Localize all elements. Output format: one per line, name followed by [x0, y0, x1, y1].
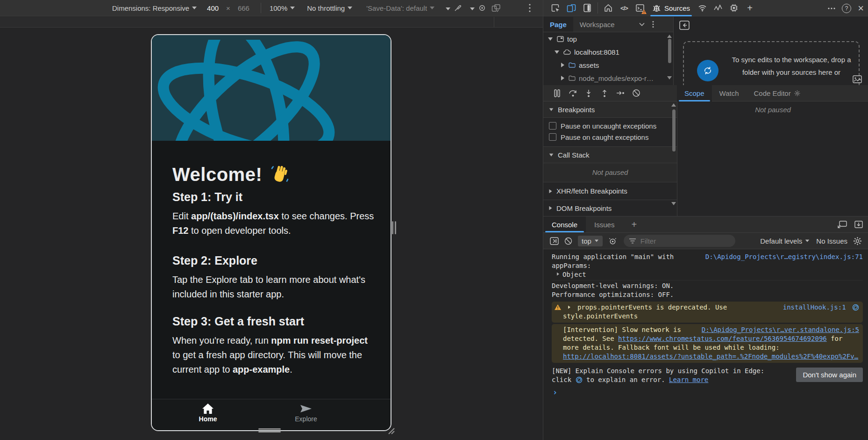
- source-link[interactable]: D:\Apidog_Projects\r…ver.standalone.js:5: [702, 325, 859, 334]
- tab-scope[interactable]: Scope: [677, 85, 712, 101]
- home-panel-icon[interactable]: [603, 2, 614, 14]
- dimensions-label: Dimensions: Responsive: [112, 4, 189, 12]
- viewport-resize-handle-right[interactable]: [392, 221, 397, 234]
- navigator-tabs-chevron-icon[interactable]: [639, 22, 645, 26]
- inspect-icon[interactable]: [550, 2, 561, 14]
- context-selector[interactable]: top: [578, 236, 603, 246]
- scrollbar-thumb[interactable]: [672, 109, 676, 151]
- navigator-scrollbar[interactable]: [667, 34, 672, 84]
- source-link[interactable]: installHook.js:1: [783, 303, 859, 312]
- tab-issues[interactable]: Issues: [586, 216, 623, 232]
- throttling-value: No throttling: [307, 4, 345, 12]
- console-panel-icon[interactable]: [634, 2, 646, 14]
- workspace-dropzone[interactable]: To sync edits to the workspace, drop afo…: [683, 41, 860, 85]
- pane-toggle-icon[interactable]: [853, 75, 862, 83]
- console-expand-icon[interactable]: [854, 221, 863, 228]
- tab-sources[interactable]: Sources: [650, 0, 692, 16]
- pause-uncaught-row[interactable]: Pause on uncaught exceptions: [543, 120, 677, 131]
- add-panel-icon[interactable]: +: [744, 2, 755, 14]
- eyedropper-icon[interactable]: [454, 4, 462, 12]
- dimensions-select[interactable]: Dimensions: Responsive: [112, 4, 197, 12]
- pause-caught-checkbox[interactable]: [549, 133, 556, 141]
- viewport-width-input[interactable]: 400: [207, 4, 219, 12]
- tab-explore[interactable]: Explore: [278, 403, 334, 423]
- performance-icon[interactable]: [712, 2, 724, 14]
- pause-uncaught-checkbox[interactable]: [549, 122, 556, 130]
- pause-script-button[interactable]: [549, 87, 565, 99]
- section-breakpoints[interactable]: Breakpoints: [543, 101, 677, 118]
- media-query-caret[interactable]: [470, 7, 475, 10]
- focus-page-icon[interactable]: [582, 2, 593, 14]
- section-xhr-breakpoints[interactable]: XHR/fetch Breakpoints: [543, 182, 677, 200]
- send-icon: [299, 403, 313, 414]
- navigator-tab-page[interactable]: Page: [543, 17, 573, 32]
- copilot-icon[interactable]: [852, 304, 859, 311]
- vision-deficiency-caret[interactable]: [446, 7, 450, 10]
- network-conditions-icon[interactable]: [697, 2, 708, 14]
- clear-console-icon[interactable]: [564, 237, 572, 245]
- viewport-resize-handle-corner[interactable]: [386, 426, 395, 435]
- live-expression-icon[interactable]: [608, 238, 617, 245]
- step-button[interactable]: [612, 87, 628, 99]
- issues-counter[interactable]: No Issues: [816, 237, 847, 245]
- localhost-assets-link[interactable]: http://localhost:8081/assets/?unstable_p…: [563, 353, 858, 360]
- debugger-pane-scrollbar[interactable]: [671, 103, 676, 214]
- viewport-resize-handle-bottom[interactable]: [258, 428, 281, 433]
- console-info-copilot[interactable]: Don't show again [NEW] Explain Console e…: [552, 364, 863, 385]
- device-toolbar-menu[interactable]: [527, 3, 533, 13]
- hide-navigator-icon[interactable]: [679, 21, 690, 30]
- console-message[interactable]: Development-level warnings: ON. Performa…: [552, 281, 863, 300]
- device-toolbar-icon[interactable]: [566, 2, 577, 14]
- filter-icon: [629, 238, 636, 244]
- tree-item-node-modules[interactable]: node_modules/expo-r…: [543, 72, 673, 85]
- console-prompt[interactable]: ›: [552, 385, 863, 397]
- execution-context-icon[interactable]: [550, 237, 559, 245]
- save-data-select[interactable]: 'Save-Data': default: [366, 4, 434, 12]
- learn-more-link[interactable]: Learn more: [669, 376, 708, 383]
- section-call-stack[interactable]: Call Stack: [543, 146, 677, 163]
- tree-item-top[interactable]: top: [543, 32, 673, 45]
- scrollbar-thumb[interactable]: [668, 39, 671, 63]
- navigator-menu-icon[interactable]: [652, 21, 654, 28]
- eye-icon[interactable]: [478, 4, 486, 12]
- console-message[interactable]: D:\Apidog_Projects\r…egistry\index.js:71…: [552, 252, 863, 281]
- tab-code-editor[interactable]: Code Editor: [747, 85, 808, 101]
- elements-panel-icon[interactable]: </>: [619, 2, 630, 14]
- dont-show-again-button[interactable]: Don't show again: [796, 368, 863, 382]
- pause-caught-row[interactable]: Pause on caught exceptions: [543, 131, 677, 143]
- console-warning[interactable]: installHook.js:1 props.pointerEvents is …: [552, 302, 863, 323]
- throttling-select[interactable]: No throttling: [307, 4, 352, 12]
- tab-console[interactable]: Console: [543, 216, 586, 232]
- deactivate-breakpoints-button[interactable]: [628, 87, 644, 99]
- tab-watch[interactable]: Watch: [712, 85, 747, 101]
- step-over-button[interactable]: [565, 87, 581, 99]
- close-devtools-icon[interactable]: ×: [858, 4, 864, 13]
- section-dom-breakpoints[interactable]: DOM Breakpoints: [543, 200, 677, 216]
- step-into-button[interactable]: [581, 87, 597, 99]
- chromestatus-link[interactable]: https://www.chromestatus.com/feature/563…: [618, 335, 827, 342]
- rotate-device-icon[interactable]: [491, 4, 501, 12]
- tab-home[interactable]: Home: [180, 403, 236, 423]
- console-filter-input[interactable]: [640, 237, 716, 245]
- console-settings-icon[interactable]: [853, 237, 862, 245]
- react-logo: [152, 40, 391, 141]
- sources-editor-area: To sync edits to the workspace, drop afo…: [674, 17, 868, 85]
- navigator-tab-workspace[interactable]: Workspace: [573, 17, 621, 32]
- console-dock-icon[interactable]: [838, 221, 847, 228]
- add-console-tab[interactable]: +: [623, 216, 645, 232]
- step-out-button[interactable]: [597, 87, 612, 99]
- help-icon[interactable]: ?: [842, 4, 851, 13]
- console-warning[interactable]: D:\Apidog_Projects\r…ver.standalone.js:5…: [552, 324, 863, 363]
- tree-item-localhost[interactable]: localhost:8081: [543, 45, 673, 58]
- tree-item-assets[interactable]: assets: [543, 58, 673, 72]
- zoom-select[interactable]: 100%: [270, 4, 295, 12]
- cpu-icon[interactable]: [728, 2, 740, 14]
- step1-title: Step 1: Try it: [172, 190, 242, 204]
- expand-warning-icon[interactable]: [568, 306, 570, 309]
- source-link[interactable]: D:\Apidog_Projects\r…egistry\index.js:71: [705, 252, 863, 261]
- more-options-icon[interactable]: [828, 7, 835, 9]
- viewport-height-input[interactable]: 666: [238, 4, 249, 12]
- cloud-icon: [563, 50, 571, 55]
- expand-object-icon[interactable]: [557, 273, 559, 276]
- log-levels-select[interactable]: Default levels: [760, 237, 810, 245]
